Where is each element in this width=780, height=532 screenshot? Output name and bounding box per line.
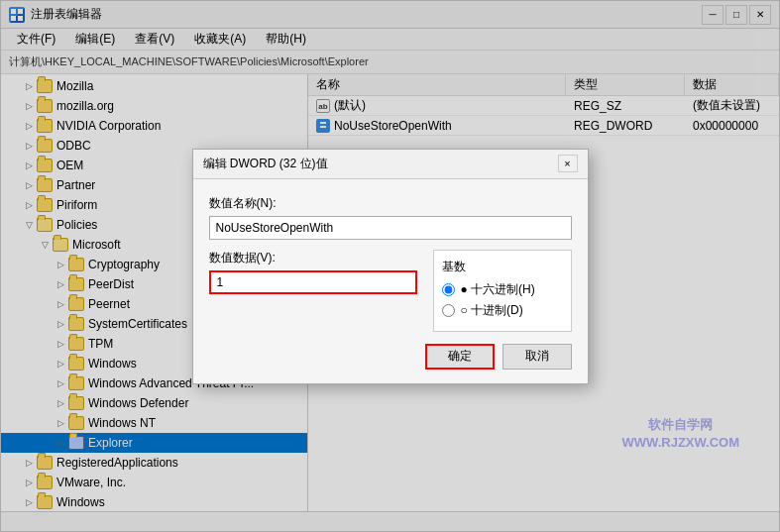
dialog-name-input[interactable] (209, 216, 572, 240)
main-window: 注册表编辑器 ─ □ ✕ 文件(F) 编辑(E) 查看(V) 收藏夹(A) 帮助… (0, 0, 780, 532)
dialog-footer: 确定 取消 (193, 344, 588, 383)
dialog-name-row: 数值名称(N): (209, 195, 572, 240)
dialog-name-label: 数值名称(N): (209, 195, 572, 212)
radio-hex-row: ● 十六进制(H) (442, 281, 563, 298)
dialog-cancel-button[interactable]: 取消 (502, 344, 572, 370)
dialog-two-col: 数值数据(V): 基数 ● 十六进制(H) ○ 十进制(D) (209, 250, 572, 332)
dialog-overlay: 编辑 DWORD (32 位)值 × 数值名称(N): 数值数据(V): (1, 1, 779, 531)
radio-hex[interactable] (442, 283, 455, 296)
dialog-base-col: 基数 ● 十六进制(H) ○ 十进制(D) (433, 250, 572, 332)
radio-dec[interactable] (442, 304, 455, 317)
dialog-ok-button[interactable]: 确定 (425, 344, 495, 370)
dialog-title-bar: 编辑 DWORD (32 位)值 × (193, 150, 588, 179)
dialog-body: 数值名称(N): 数值数据(V): 基数 ● 十六进制(H) (193, 179, 588, 344)
dialog-title: 编辑 DWORD (32 位)值 (203, 156, 328, 172)
edit-dword-dialog: 编辑 DWORD (32 位)值 × 数值名称(N): 数值数据(V): (192, 149, 589, 384)
dialog-value-col: 数值数据(V): (209, 250, 417, 294)
dialog-value-input[interactable] (209, 270, 417, 294)
dialog-base-label: 基数 (442, 259, 563, 275)
radio-dec-row: ○ 十进制(D) (442, 302, 563, 319)
radio-dec-label: ○ 十进制(D) (461, 302, 523, 319)
radio-hex-label: ● 十六进制(H) (461, 281, 535, 298)
dialog-close-button[interactable]: × (558, 155, 578, 172)
dialog-value-label: 数值数据(V): (209, 250, 417, 266)
